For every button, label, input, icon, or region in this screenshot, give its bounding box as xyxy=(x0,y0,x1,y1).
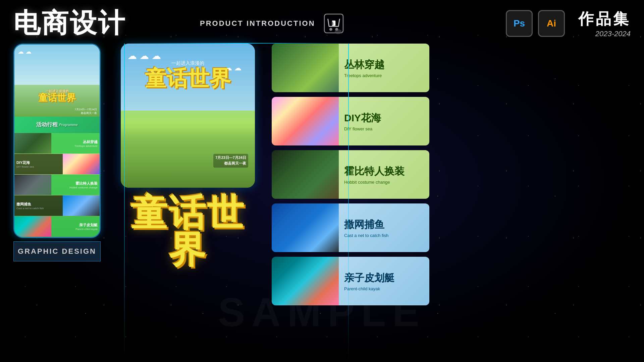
activity-en-hobbit: Hobbit costume change xyxy=(344,180,424,185)
main-card-date: 7月23日—7月24日都县两天一夜 xyxy=(213,154,248,168)
forest-en: Treetops adventure xyxy=(74,144,98,147)
portfolio-year: 2023-2024 xyxy=(578,29,631,38)
phone-date: 7月23日—7月24日都县两天一夜 xyxy=(74,108,97,115)
activity-img-hobbit xyxy=(272,150,339,199)
phone-fairy-title: 一起进入浪漫的 童话世界 xyxy=(14,89,100,103)
fish-zh: 撒网捕鱼 xyxy=(16,202,61,207)
phone-itinerary: 活动行程 Programme xyxy=(14,117,100,133)
phone-item-label-hobbit: 霍比特人换装 Hobbit costume change xyxy=(51,175,100,195)
right-panel: 丛林穿越 Treetops adventure DIY花海 DIY flower… xyxy=(272,44,433,355)
phone-item-img-hobbit xyxy=(14,175,51,195)
portfolio-title: 作品集 2023-2024 xyxy=(578,9,631,38)
phone-items: 丛林穿越 Treetops adventure DIY花海 DIY flower… xyxy=(14,133,100,237)
phone-item-label-kayak: 亲子皮划艇 Parent-child kayak xyxy=(51,216,100,237)
main-layout: 电商设计 PRODUCT INTRODUCTION $ Ps Ai 作品集 20… xyxy=(0,0,644,362)
activity-card-forest: 丛林穿越 Treetops adventure xyxy=(272,44,429,92)
ai-badge: Ai xyxy=(538,10,565,37)
activity-en-forest: Treetops adventure xyxy=(344,73,424,78)
activity-zh-kayak: 亲子皮划艇 xyxy=(344,271,424,285)
phone-item-hobbit: 霍比特人换装 Hobbit costume change xyxy=(14,175,100,195)
phone-item-img-forest xyxy=(14,133,51,154)
activity-label-hobbit: 霍比特人换装 Hobbit costume change xyxy=(339,150,429,199)
activity-img-flower xyxy=(272,97,339,145)
main-card-title: 一起进入浪漫的 童话世界 xyxy=(121,60,255,89)
activity-img-fish xyxy=(272,203,339,252)
hobbit-en: Hobbit costume change xyxy=(69,186,98,189)
main-card-top-line: 一起进入浪漫的 xyxy=(121,60,255,66)
phone-mockup: ☁ ☁ 一起进入浪漫的 童话世界 7月23日—7月24日都县两天一夜 活动行程 … xyxy=(13,44,101,238)
flower-zh: DIY花海 xyxy=(16,160,61,165)
phone-hero-clouds: ☁ ☁ xyxy=(18,48,32,55)
phone-item-label-flower: DIY花海 DIY flower sea xyxy=(14,154,63,174)
activity-label-flower: DIY花海 DIY flower sea xyxy=(339,97,429,145)
middle-panel: ☁ ☁ ☁ ☁ ☁ 一起进入浪漫的 童话世界 7月23日—7月24日都县两天一夜… xyxy=(114,44,262,355)
svg-point-5 xyxy=(334,29,341,34)
activity-img-forest xyxy=(272,44,339,92)
portfolio-zh: 作品集 xyxy=(578,9,631,29)
phone-item-fish: 撒网捕鱼 Cast a net to catch fish xyxy=(14,195,100,216)
hobbit-zh: 霍比特人换装 xyxy=(75,181,98,186)
activity-zh-fish: 撒网捕鱼 xyxy=(344,218,424,232)
activity-label-kayak: 亲子皮划艇 Parent-child kayak xyxy=(339,257,429,305)
activity-label-forest: 丛林穿越 Treetops adventure xyxy=(339,44,429,92)
activity-card-kayak: 亲子皮划艇 Parent-child kayak xyxy=(272,257,429,305)
main-card-fairy-title: 童话世界 xyxy=(121,68,255,89)
main-card-cloud-left: ☁ ☁ ☁ xyxy=(127,50,161,61)
activity-img-kayak xyxy=(272,257,339,305)
fish-en: Cast a net to catch fish xyxy=(16,207,61,210)
app-badges: Ps Ai xyxy=(506,10,565,37)
activity-zh-forest: 丛林穿越 xyxy=(344,58,424,72)
svg-point-2 xyxy=(329,28,332,31)
graphic-design-label: GRAPHIC DESIGN xyxy=(13,241,101,261)
phone-item-forest: 丛林穿越 Treetops adventure xyxy=(14,133,100,154)
kayak-en: Parent-child kayak xyxy=(75,228,98,231)
forest-zh: 丛林穿越 xyxy=(83,139,98,144)
activity-en-fish: Cast a net to catch fish xyxy=(344,233,424,238)
activity-label-fish: 撒网捕鱼 Cast a net to catch fish xyxy=(339,203,429,252)
content-area: ☁ ☁ 一起进入浪漫的 童话世界 7月23日—7月24日都县两天一夜 活动行程 … xyxy=(0,44,644,362)
activity-zh-hobbit: 霍比特人换装 xyxy=(344,165,424,178)
phone-item-label-forest: 丛林穿越 Treetops adventure xyxy=(51,133,100,154)
main-card: ☁ ☁ ☁ ☁ ☁ 一起进入浪漫的 童话世界 7月23日—7月24日都县两天一夜 xyxy=(121,44,255,188)
main-title: 电商设计 xyxy=(13,5,126,42)
activity-card-fish: 撒网捕鱼 Cast a net to catch fish xyxy=(272,203,429,252)
product-intro-label: PRODUCT INTRODUCTION xyxy=(200,19,315,28)
phone-item-flower: DIY花海 DIY flower sea xyxy=(14,154,100,175)
tech-line-left xyxy=(124,44,125,362)
left-panel: ☁ ☁ 一起进入浪漫的 童话世界 7月23日—7月24日都县两天一夜 活动行程 … xyxy=(13,44,104,355)
cart-icon: $ xyxy=(322,12,345,35)
flower-en: DIY flower sea xyxy=(16,165,61,168)
ps-badge: Ps xyxy=(506,10,533,37)
activity-en-flower: DIY flower sea xyxy=(344,126,424,131)
phone-item-img-flower xyxy=(63,154,100,174)
phone-item-img-kayak xyxy=(14,216,51,237)
kayak-zh: 亲子皮划艇 xyxy=(79,223,98,228)
activity-card-hobbit: 霍比特人换装 Hobbit costume change xyxy=(272,150,429,199)
activity-card-flower: DIY花海 DIY flower sea xyxy=(272,97,429,145)
activity-zh-flower: DIY花海 xyxy=(344,111,424,125)
phone-item-kayak: 亲子皮划艇 Parent-child kayak xyxy=(14,216,100,237)
phone-item-img-fish xyxy=(63,195,100,216)
large-title: 童话世界 xyxy=(114,194,262,268)
svg-text:$: $ xyxy=(331,21,333,26)
header: 电商设计 PRODUCT INTRODUCTION $ Ps Ai 作品集 20… xyxy=(0,0,644,44)
phone-item-label-fish: 撒网捕鱼 Cast a net to catch fish xyxy=(14,195,63,216)
tech-line-right xyxy=(348,44,349,362)
activity-en-kayak: Parent-child kayak xyxy=(344,286,424,291)
